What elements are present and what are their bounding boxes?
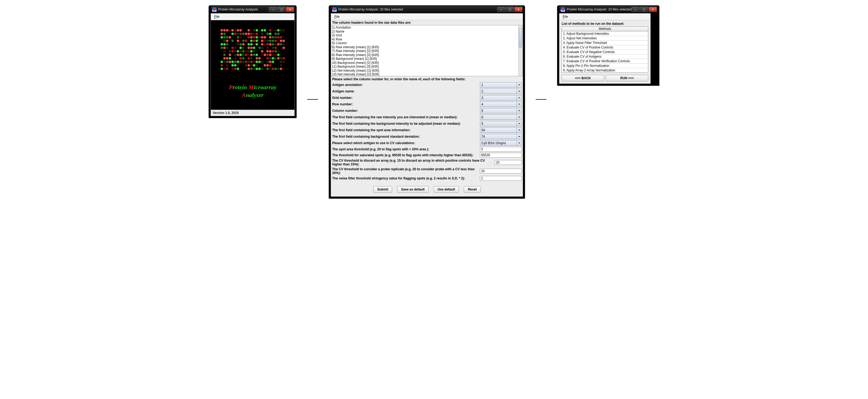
form-row: Row number:4	[331, 101, 523, 108]
window-splash: Protein Microarray Analyser — ▢ ✕ File P…	[209, 5, 297, 118]
chevron-down-icon[interactable]	[517, 115, 521, 120]
field-input[interactable]	[480, 153, 522, 158]
field-combo[interactable]: 2	[480, 89, 522, 94]
chevron-down-icon[interactable]	[517, 95, 521, 100]
file-menu[interactable]: File	[333, 14, 341, 19]
field-combo[interactable]: Cy5 BSA 15ng/ul	[480, 141, 522, 146]
run-button[interactable]: RUN >>>	[606, 75, 648, 81]
field-label: The CV threshold to discard an array (e.…	[332, 159, 493, 166]
combo-value: 9	[480, 122, 517, 126]
header-list-item[interactable]: 1) Annotation	[332, 26, 522, 30]
header-list-item[interactable]: 6) Raw intensity (mean) [1] {635}	[332, 45, 522, 49]
field-input[interactable]	[480, 176, 522, 181]
titlebar[interactable]: Protein Microarray Analyser — ▢ ✕	[211, 6, 294, 13]
field-combo[interactable]: 5	[480, 108, 522, 114]
form-row: The threshold for saturated spots (e.g. …	[331, 152, 523, 158]
close-button[interactable]: ✕	[515, 7, 523, 12]
methods-table[interactable]: Methods 1. Adjust Background Intensities…	[561, 26, 648, 73]
field-combo[interactable]: 1	[480, 82, 522, 88]
method-row[interactable]: 7. Evaluate CV of Positive Verification …	[562, 59, 648, 63]
combo-value: 54	[480, 128, 517, 132]
maximize-button[interactable]: ▢	[277, 7, 285, 12]
version-label: Version 1.0, 2018	[211, 110, 294, 116]
combo-value: 74	[480, 135, 517, 139]
field-label: The spot area threshold (e.g. 20 to flag…	[332, 147, 478, 151]
header-list-item[interactable]: 9) Background (mean) [1] {635}	[332, 57, 522, 61]
window-methods: Protein Microarray Analyser: 20 files se…	[557, 5, 659, 86]
field-combo[interactable]: 6	[480, 115, 522, 120]
form-row: The CV threshold to consider a probe rep…	[331, 167, 523, 175]
form-row: Column number:5	[331, 108, 523, 114]
header-list-item[interactable]: 13) Net intensity (mean) [2] {635}	[332, 72, 522, 76]
field-label: Row number:	[332, 102, 478, 106]
header-list-item[interactable]: 4) Row	[332, 37, 522, 41]
back-button[interactable]: <<< BACK	[561, 75, 604, 81]
method-row[interactable]: 9. Apply Array-2-Array Normalization	[562, 68, 648, 72]
chevron-down-icon[interactable]	[517, 89, 521, 94]
form-row: Antigen name:2	[331, 88, 523, 95]
close-button[interactable]: ✕	[286, 7, 294, 12]
use-default-button[interactable]: Use default	[434, 186, 459, 193]
file-menu[interactable]: File	[213, 14, 221, 19]
header-list-item[interactable]: 3) Grid	[332, 33, 522, 37]
method-row[interactable]: 6. Evaluate CV of Antigens	[562, 54, 648, 59]
maximize-button[interactable]: ▢	[506, 7, 514, 12]
field-combo[interactable]: 9	[480, 121, 522, 126]
titlebar[interactable]: Protein Microarray Analyser: 20 files se…	[331, 6, 523, 13]
field-input[interactable]	[495, 160, 522, 165]
java-icon	[332, 7, 337, 11]
method-row[interactable]: 8. Apply Pin-2-Pin Normalization	[562, 63, 648, 68]
form-row: The noise filter threshold stringency va…	[331, 175, 523, 181]
header-list-item[interactable]: 8) Raw intensity (mean) [3] {635}	[332, 53, 522, 57]
submit-button[interactable]: Submit	[373, 186, 393, 193]
menubar: File	[331, 13, 523, 20]
minimize-button[interactable]: —	[631, 7, 640, 12]
method-row[interactable]: 2. Adjust Net Intensities	[562, 36, 648, 40]
header-list-item[interactable]: 5) Column	[332, 41, 522, 45]
chevron-down-icon[interactable]	[517, 121, 521, 126]
window-title: Protein Microarray Analyser	[218, 7, 269, 11]
field-input[interactable]	[480, 168, 522, 174]
chevron-down-icon[interactable]	[517, 128, 521, 132]
minimize-button[interactable]: —	[269, 7, 277, 12]
titlebar[interactable]: Protein Microarray Analyser: 20 files se…	[559, 6, 657, 13]
method-row[interactable]: 4. Evaluate CV of Positive Controls	[562, 45, 648, 50]
header-list-item[interactable]: 11) Background (mean) [3] {635}	[332, 65, 522, 69]
select-instruction: Please select the column number for, or …	[331, 76, 523, 82]
client-area: File Protein Microarray Analyser Version…	[211, 13, 294, 116]
header-list-item[interactable]: 12) Net intensity (mean) [1] {635}	[332, 69, 522, 73]
chevron-down-icon[interactable]	[517, 102, 521, 107]
field-label: The noise filter threshold stringency va…	[332, 177, 478, 180]
method-row[interactable]: 3. Apply Noise Filter Threshold	[562, 40, 648, 45]
chevron-down-icon[interactable]	[517, 141, 521, 146]
header-list-item[interactable]: 10) Background (mean) [2] {635}	[332, 61, 522, 65]
reset-button[interactable]: Reset	[464, 186, 481, 193]
close-button[interactable]: ✕	[649, 7, 657, 12]
scrollbar-vertical[interactable]	[518, 25, 523, 76]
save-default-button[interactable]: Save as default	[397, 186, 429, 193]
field-label: The first field containing the spot area…	[332, 128, 478, 132]
field-combo[interactable]: 4	[480, 101, 522, 107]
methods-label: List of methods to be run on the dataset…	[561, 22, 648, 26]
window-title: Protein Microarray Analyser: 20 files se…	[338, 7, 497, 11]
file-menu[interactable]: File	[561, 14, 569, 19]
chevron-down-icon[interactable]	[517, 134, 521, 139]
method-row[interactable]: 5. Evaluate CV of Negative Controls	[562, 50, 648, 54]
minimize-button[interactable]: —	[497, 7, 505, 12]
field-input[interactable]	[480, 147, 522, 152]
field-combo[interactable]: 3	[480, 95, 522, 100]
client-area: File The column headers found in the raw…	[331, 13, 523, 197]
chevron-down-icon[interactable]	[517, 108, 521, 113]
combo-value: Cy5 BSA 15ng/ul	[480, 141, 517, 145]
field-combo[interactable]: 74	[480, 134, 522, 139]
field-label: Antigen name:	[332, 89, 478, 93]
chevron-down-icon[interactable]	[517, 83, 521, 87]
field-label: The first field containing the raw inten…	[332, 115, 478, 119]
field-combo[interactable]: 54	[480, 127, 522, 133]
maximize-button[interactable]: ▢	[640, 7, 648, 12]
method-row[interactable]: 1. Adjust Background Intensities	[562, 31, 648, 36]
headers-listbox[interactable]: 1) Annotation2) Name3) Grid4) Row5) Colu…	[331, 25, 523, 76]
splash-title: Protein Microarray Analyser	[211, 77, 294, 110]
header-list-item[interactable]: 7) Raw intensity (mean) [2] {635}	[332, 49, 522, 53]
header-list-item[interactable]: 2) Name	[332, 30, 522, 34]
